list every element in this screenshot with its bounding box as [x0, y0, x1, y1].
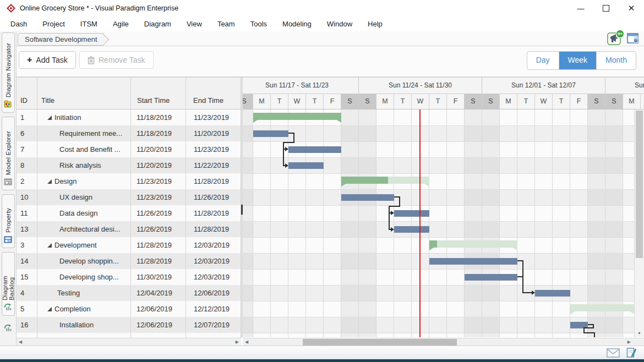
day-header-cell: W — [412, 94, 429, 109]
chart-horizontal-scrollbar[interactable]: ◀ ▶ — [243, 338, 634, 346]
window-title: Online Grocery Store * - Visual Paradigm… — [20, 4, 178, 12]
table-row[interactable]: 10UX design11/23/201911/26/2019 — [17, 189, 241, 205]
menu-item-team[interactable]: Team — [210, 17, 243, 31]
task-end-cell: 12/06/2019 — [186, 285, 241, 301]
task-title-label: Completion — [54, 301, 91, 317]
table-row[interactable]: 15Developing shop...11/30/201912/03/2019 — [17, 269, 241, 285]
gantt-task-bar[interactable] — [288, 162, 324, 169]
table-row[interactable]: 2Design11/23/201911/28/2019 — [17, 173, 241, 189]
menu-item-dash[interactable]: Dash — [3, 17, 35, 31]
task-end-cell: 11/20/2019 — [186, 125, 241, 141]
table-row[interactable]: 3Development11/28/201912/03/2019 — [17, 237, 241, 253]
gantt-task-bar[interactable] — [394, 226, 429, 233]
task-title-label: Data design — [59, 205, 97, 221]
gantt-task-bar[interactable] — [570, 322, 588, 328]
table-row[interactable]: 8Risk analysis11/20/201911/22/2019 — [17, 157, 241, 173]
gantt-task-bar[interactable] — [394, 210, 429, 217]
week-header-row: Sun 11/17 - Sat 11/23Sun 11/24 - Sat 11/… — [243, 78, 644, 94]
menu-item-project[interactable]: Project — [35, 17, 72, 31]
menu-item-tools[interactable]: Tools — [243, 17, 275, 31]
task-title-cell: Initiation — [37, 109, 131, 125]
table-row[interactable]: 5Completion12/06/201912/12/2019 — [17, 301, 241, 317]
expand-collapse-icon[interactable] — [47, 179, 52, 184]
task-end-cell: 11/28/2019 — [186, 221, 241, 237]
day-header-cell: S — [588, 94, 605, 109]
menu-item-help[interactable]: Help — [360, 17, 390, 31]
chart-row — [243, 125, 644, 141]
gantt-task-bar[interactable] — [429, 258, 517, 265]
grid-line — [623, 109, 623, 337]
vertical-scrollbar-thumb[interactable] — [636, 111, 643, 258]
task-title-label: Developing shop... — [59, 269, 119, 285]
expand-collapse-icon[interactable] — [47, 243, 52, 248]
menu-item-agile[interactable]: Agile — [105, 17, 137, 31]
announcements-button[interactable]: 9+ — [607, 32, 621, 45]
add-task-button[interactable]: + Add Task — [19, 51, 76, 69]
task-id-cell: 2 — [17, 173, 37, 189]
task-title-label: Design — [54, 173, 77, 189]
sidebar-tab-model-explorer[interactable]: Model Explorer — [2, 117, 15, 190]
edit-document-icon[interactable] — [626, 348, 636, 358]
expand-collapse-icon[interactable] — [47, 116, 52, 120]
table-row[interactable]: 11Data design11/26/201911/28/2019 — [17, 205, 241, 221]
grid-line — [305, 109, 306, 337]
gantt-task-bar[interactable] — [288, 146, 341, 153]
column-header-id: ID — [17, 78, 37, 109]
table-row[interactable]: 16Installation12/06/201912/07/2019 — [17, 317, 241, 333]
table-row[interactable]: 13Architectural desi...11/26/201911/28/2… — [17, 221, 241, 237]
table-horizontal-scrollbar[interactable]: ◀ ▶ — [17, 338, 241, 346]
menu-item-diagram[interactable]: Diagram — [137, 17, 179, 31]
table-row[interactable]: 6Requirement mee...11/18/201911/20/2019 — [17, 125, 241, 141]
sidebar-tab-property[interactable]: Property — [2, 194, 15, 248]
remove-task-button[interactable]: Remove Task — [79, 51, 154, 69]
gantt-task-bar[interactable] — [465, 274, 517, 281]
task-title-cell: Cost and Benefit ... — [37, 141, 131, 157]
menu-item-view[interactable]: View — [179, 17, 210, 31]
view-month-button[interactable]: Month — [596, 52, 636, 69]
gantt-task-bar[interactable] — [253, 130, 288, 137]
sidebar-tab-diagram-backlog[interactable]: Diagram Backlog — [2, 252, 15, 316]
day-header-cell: T — [641, 94, 644, 109]
view-mode-toggle: Day Week Month — [527, 51, 636, 70]
close-button[interactable]: ✕ — [619, 0, 644, 17]
menu-item-itsm[interactable]: ITSM — [73, 17, 105, 31]
view-day-button[interactable]: Day — [527, 52, 559, 69]
title-bar: Online Grocery Store * - Visual Paradigm… — [0, 0, 644, 17]
maximize-button[interactable] — [593, 0, 619, 17]
task-title-label: Initiation — [54, 109, 81, 125]
minimize-button[interactable]: — — [568, 0, 593, 17]
scroll-left-icon[interactable]: ◀ — [245, 338, 248, 346]
sidebar-tab-diagram-navigator[interactable]: Diagram Navigator — [2, 32, 15, 113]
task-end-cell: 12/03/2019 — [186, 253, 241, 269]
table-row[interactable]: 14Develop shoppin...11/28/201912/03/2019 — [17, 253, 241, 269]
view-week-button[interactable]: Week — [559, 52, 597, 69]
scroll-right-icon[interactable]: ▶ — [236, 338, 239, 346]
menu-item-modeling[interactable]: Modeling — [275, 17, 319, 31]
scroll-right-icon[interactable]: ▶ — [627, 338, 631, 346]
task-id-cell: 14 — [17, 253, 37, 269]
layout-panes-button[interactable] — [627, 33, 640, 45]
task-end-cell: 11/22/2019 — [186, 157, 241, 173]
task-end-cell: 11/23/2019 — [186, 141, 241, 157]
grid-line — [464, 109, 465, 337]
day-header-cell: T — [553, 94, 570, 109]
sidebar-extra-icon[interactable] — [4, 324, 12, 334]
weekend-stripe — [465, 109, 500, 337]
vertical-scrollbar[interactable]: ▼ — [634, 109, 644, 337]
task-id-cell: 16 — [17, 317, 37, 333]
table-row[interactable]: 1Initiation11/18/201911/23/2019 — [17, 109, 241, 125]
scroll-down-button[interactable]: ▼ — [635, 328, 644, 337]
mail-icon[interactable] — [607, 348, 620, 358]
menu-item-window[interactable]: Window — [319, 17, 360, 31]
chart-row — [243, 189, 644, 205]
table-row[interactable]: 4Testing12/04/201912/06/2019 — [17, 285, 241, 301]
chart-scrollbar-thumb[interactable] — [303, 339, 457, 345]
column-header-end: End Time — [186, 78, 241, 109]
table-row[interactable]: 7Cost and Benefit ...11/20/201911/23/201… — [17, 141, 241, 157]
gantt-task-bar[interactable] — [535, 290, 570, 297]
expand-collapse-icon[interactable] — [47, 307, 52, 311]
plus-icon: + — [27, 55, 32, 65]
document-tab[interactable]: Software Development — [18, 33, 103, 46]
gantt-task-bar[interactable] — [341, 194, 394, 201]
scroll-left-icon[interactable]: ◀ — [19, 338, 22, 346]
